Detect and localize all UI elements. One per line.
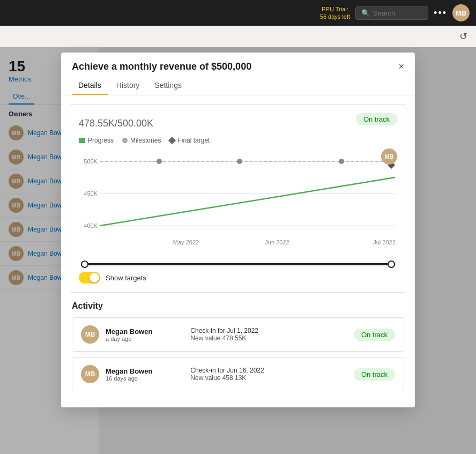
- search-icon: 🔍: [361, 9, 370, 17]
- activity-person-info: Megan Bowen 16 days ago: [106, 367, 184, 382]
- activity-checkin-date: Check-in for Jul 1, 2022: [190, 327, 347, 334]
- slider-right-thumb[interactable]: [388, 261, 395, 268]
- svg-text:450K: 450K: [84, 190, 98, 197]
- chart-current-value: 478.55K/500.00K: [79, 113, 153, 130]
- activity-avatar: MB: [81, 365, 99, 383]
- show-targets-row: Show targets: [79, 272, 397, 284]
- legend-progress-icon: [79, 138, 85, 143]
- activity-new-value: New value 478.55K: [190, 334, 347, 342]
- legend-milestones-icon: [122, 138, 128, 143]
- svg-text:Jul 2022: Jul 2022: [373, 239, 396, 245]
- chart-owner-avatar: MB: [381, 148, 397, 165]
- svg-text:Jun 2022: Jun 2022: [265, 239, 289, 245]
- activity-status-badge: On track: [354, 368, 395, 381]
- toggle-knob: [90, 273, 99, 282]
- legend-milestones: Milestones: [122, 137, 161, 144]
- legend-progress: Progress: [79, 137, 114, 144]
- svg-point-7: [157, 159, 162, 164]
- modal-title: Achieve a monthly revenue of $500,000: [72, 61, 251, 72]
- legend-final-target-icon: [168, 137, 176, 144]
- chart-svg: 500K 450K 400K: [79, 151, 406, 258]
- activity-person-name: Megan Bowen: [106, 367, 184, 375]
- activity-section: Activity MB Megan Bowen a day ago Check-…: [61, 301, 415, 407]
- chart-value-display: 478.55K/500.00K: [79, 113, 153, 130]
- chart-legend: Progress Milestones Final target: [79, 137, 397, 144]
- svg-point-9: [339, 159, 344, 164]
- activity-time: a day ago: [106, 336, 184, 342]
- chart-header-row: 478.55K/500.00K On track: [79, 113, 397, 130]
- refresh-bar: ↺: [0, 26, 476, 47]
- svg-text:May 2022: May 2022: [173, 239, 199, 245]
- activity-person-info: Megan Bowen a day ago: [106, 328, 184, 342]
- chart-range-slider[interactable]: [79, 263, 397, 265]
- chart-section: 478.55K/500.00K On track Progress Milest…: [70, 104, 406, 293]
- activity-card: MB Megan Bowen a day ago Check-in for Ju…: [72, 317, 404, 352]
- activity-time: 16 days ago: [106, 375, 184, 382]
- modal-tabs: Details History Settings: [61, 77, 415, 95]
- tab-history[interactable]: History: [110, 77, 146, 95]
- activity-person-name: Megan Bowen: [106, 328, 184, 336]
- activity-detail: Check-in for Jun 16, 2022 New value 458.…: [190, 367, 347, 382]
- svg-text:400K: 400K: [84, 222, 98, 229]
- main-area: 15 Metrics Ove... Owners MB Megan Bower …: [0, 47, 476, 454]
- search-input[interactable]: [373, 9, 421, 17]
- tab-details[interactable]: Details: [72, 77, 108, 95]
- on-track-badge: On track: [356, 113, 397, 125]
- modal-overlay: Achieve a monthly revenue of $500,000 × …: [0, 47, 476, 454]
- show-targets-label: Show targets: [106, 274, 146, 282]
- ppu-trial-info: PPU Trial: 56 days left: [320, 5, 350, 21]
- ppu-trial-label: PPU Trial:: [320, 5, 350, 13]
- activity-list: MB Megan Bowen a day ago Check-in for Ju…: [72, 317, 404, 391]
- activity-avatar: MB: [81, 325, 99, 344]
- modal-close-button[interactable]: ×: [398, 61, 404, 72]
- refresh-button[interactable]: ↺: [459, 31, 467, 42]
- activity-checkin-date: Check-in for Jun 16, 2022: [190, 367, 347, 374]
- top-navigation: PPU Trial: 56 days left 🔍 ••• MB: [0, 0, 476, 26]
- modal-dialog: Achieve a monthly revenue of $500,000 × …: [61, 53, 415, 407]
- activity-new-value: New value 458.13K: [190, 374, 347, 382]
- show-targets-toggle[interactable]: [79, 272, 100, 284]
- activity-card: MB Megan Bowen 16 days ago Check-in for …: [72, 357, 404, 391]
- svg-point-8: [237, 159, 242, 164]
- svg-text:500K: 500K: [84, 158, 98, 165]
- modal-header: Achieve a monthly revenue of $500,000 ×: [61, 53, 415, 72]
- activity-detail: Check-in for Jul 1, 2022 New value 478.5…: [190, 327, 347, 342]
- legend-final-target: Final target: [169, 137, 210, 144]
- ppu-days-left: 56 days left: [320, 13, 350, 20]
- activity-status-badge: On track: [354, 329, 395, 341]
- slider-left-thumb[interactable]: [81, 261, 88, 268]
- search-box[interactable]: 🔍: [355, 6, 428, 20]
- activity-title: Activity: [72, 301, 404, 311]
- user-avatar[interactable]: MB: [452, 4, 470, 21]
- chart-svg-container: MB 500K 450K 400K: [79, 151, 397, 258]
- tab-settings[interactable]: Settings: [148, 77, 188, 95]
- more-options-button[interactable]: •••: [434, 8, 447, 19]
